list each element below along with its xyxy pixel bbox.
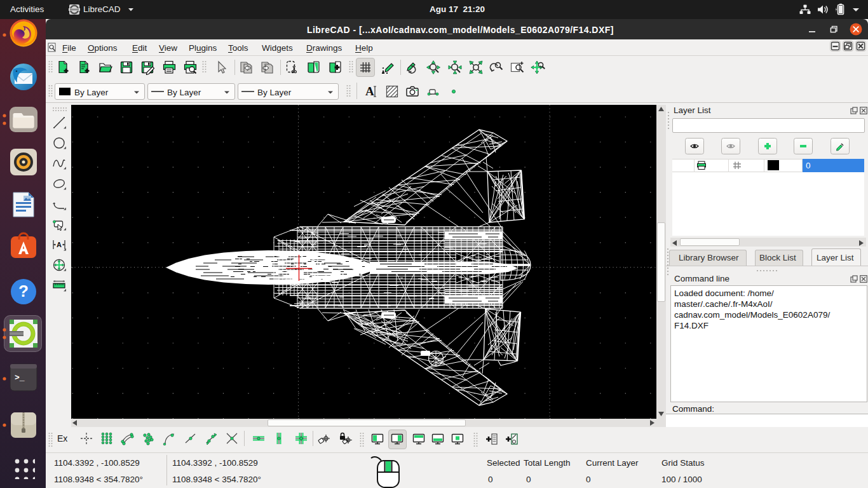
svg-text:A: A: [57, 241, 62, 248]
svg-text:?: ?: [18, 281, 29, 301]
svg-text:>_: >_: [15, 373, 25, 383]
svg-text:A: A: [365, 85, 374, 98]
